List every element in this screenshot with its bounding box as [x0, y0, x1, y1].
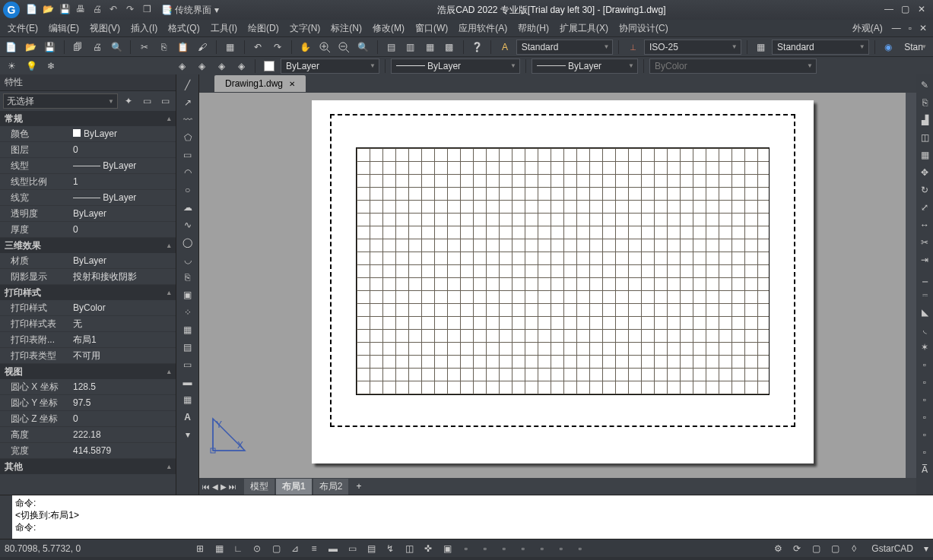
stretch-tool-icon[interactable]: ↔ — [917, 217, 932, 233]
linetype-combo[interactable]: ByLayer — [391, 59, 520, 74]
mod4-tool-icon[interactable]: ▫ — [917, 410, 932, 425]
new-button[interactable]: 📄 — [3, 39, 20, 55]
property-value[interactable]: ——— ByLayer — [70, 192, 176, 203]
copy-button[interactable]: ⎘ — [156, 39, 173, 55]
mirror-tool-icon[interactable]: ▟ — [917, 112, 932, 128]
pan-button[interactable]: ✋ — [297, 39, 314, 55]
ellipsearc-tool-icon[interactable]: ◡ — [179, 252, 196, 267]
property-row[interactable]: 材质ByLayer — [0, 253, 176, 269]
child-close-icon[interactable]: ✕ — [919, 23, 927, 33]
tab-model[interactable]: 模型 — [244, 479, 275, 495]
tab-last-icon[interactable]: ⏭ — [229, 482, 236, 491]
tab-layout2[interactable]: 布局2 — [313, 479, 349, 495]
render-style-combo[interactable]: Stan — [900, 40, 930, 55]
menu-format[interactable]: 格式(Q) — [163, 21, 204, 36]
tab-add[interactable]: + — [350, 479, 367, 493]
property-value[interactable]: ByColor — [70, 302, 176, 313]
save-icon[interactable]: 💾 — [59, 4, 71, 16]
quick-select-icon[interactable]: ✦ — [121, 93, 136, 109]
circle-tool-icon[interactable]: ○ — [179, 182, 196, 198]
matchprop-button[interactable]: 🖌 — [195, 39, 211, 55]
props-button[interactable]: ▦ — [422, 39, 439, 55]
color-swatch-icon[interactable] — [261, 58, 278, 74]
mod7-tool-icon[interactable]: A̅ — [917, 462, 932, 477]
tab-next-icon[interactable]: ▶ — [221, 482, 227, 491]
extend-tool-icon[interactable]: ⇥ — [917, 252, 932, 267]
property-value[interactable]: 无 — [70, 318, 176, 331]
layers-icon[interactable]: ❒ — [143, 4, 155, 16]
command-line[interactable]: 命令: <切换到:布局1> 命令: — [0, 495, 933, 539]
layer-prev-icon[interactable]: ◈ — [193, 58, 210, 74]
file-tab[interactable]: Drawing1.dwg✕ — [214, 75, 306, 92]
property-row[interactable]: 宽度414.5879 — [0, 443, 176, 459]
tray-icon[interactable]: ▾ — [924, 543, 928, 554]
line-tool-icon[interactable]: ╱ — [179, 78, 196, 93]
tab-prev-icon[interactable]: ◀ — [212, 482, 218, 491]
select-obj-icon[interactable]: ▭ — [157, 93, 173, 109]
property-value[interactable]: 投射和接收阴影 — [70, 271, 176, 283]
menu-help[interactable]: 帮助(H) — [513, 21, 554, 36]
tab-layout1[interactable]: 布局1 — [276, 479, 312, 495]
open-button[interactable]: 📂 — [23, 39, 40, 55]
property-value[interactable]: 布局1 — [70, 334, 176, 346]
layer-iso-icon[interactable]: ◈ — [173, 58, 190, 74]
workspace-mode[interactable]: 📑 传统界面 ▾ — [161, 4, 219, 17]
renderstyle-icon[interactable]: ◉ — [881, 39, 897, 55]
zoom-out-button[interactable] — [336, 39, 353, 55]
mview-button[interactable]: ▤ — [383, 39, 400, 55]
save-button[interactable]: 💾 — [42, 39, 59, 55]
iso-icon[interactable]: ◊ — [847, 542, 861, 555]
snap-grid-icon[interactable]: ⊞ — [193, 542, 207, 555]
wipeout-tool-icon[interactable]: ▬ — [179, 375, 196, 390]
layer-color-combo[interactable]: ByLayer — [281, 59, 379, 74]
undo-button[interactable]: ↶ — [250, 39, 267, 55]
property-row[interactable]: 厚度0 — [0, 222, 176, 238]
file-tab-close-icon[interactable]: ✕ — [289, 80, 295, 88]
dyn-icon[interactable]: ✜ — [421, 542, 435, 555]
copy-tool-icon[interactable]: ⎘ — [917, 95, 932, 110]
layer-walk-icon[interactable]: ◈ — [213, 58, 230, 74]
close-icon[interactable]: ✕ — [918, 4, 930, 16]
property-row[interactable]: 透明度ByLayer — [0, 206, 176, 222]
tab-first-icon[interactable]: ⏮ — [202, 482, 210, 491]
break-tool-icon[interactable]: ⎯ — [917, 270, 932, 285]
annoscale2-icon[interactable]: ⟳ — [790, 542, 804, 555]
ray-tool-icon[interactable]: ↗ — [179, 95, 196, 110]
new-icon[interactable]: 📄 — [26, 4, 38, 16]
block-tool-icon[interactable]: ▣ — [179, 287, 196, 302]
sic3-icon[interactable]: ▫ — [497, 542, 511, 555]
menu-modify[interactable]: 修改(M) — [368, 21, 409, 36]
menu-appearance[interactable]: 外观(A) — [848, 21, 887, 36]
property-row[interactable]: 线宽——— ByLayer — [0, 190, 176, 206]
mod2-tool-icon[interactable]: ▫ — [917, 375, 932, 390]
child-restore-icon[interactable]: ▫ — [909, 23, 912, 33]
insert-tool-icon[interactable]: ⎘ — [179, 270, 196, 285]
qp-icon[interactable]: ▤ — [364, 542, 378, 555]
plot-button[interactable]: 🖨 — [89, 39, 106, 55]
table-style-combo[interactable]: Standard — [772, 40, 869, 55]
property-row[interactable]: 打印表附...布局1 — [0, 332, 176, 348]
cmd-prompt[interactable]: 命令: — [15, 521, 930, 533]
property-value[interactable]: 222.18 — [70, 429, 176, 440]
property-row[interactable]: 圆心 Y 坐标97.5 — [0, 395, 176, 411]
annoscale-icon[interactable]: ⚙ — [771, 542, 785, 555]
property-value[interactable]: ByLayer — [70, 208, 176, 219]
property-value[interactable]: 97.5 — [70, 397, 176, 408]
layer-freeze-icon[interactable]: ❄ — [43, 58, 59, 74]
mod5-tool-icon[interactable]: ▫ — [917, 427, 932, 442]
sic7-icon[interactable]: ▫ — [573, 542, 587, 555]
join-tool-icon[interactable]: ⎓ — [917, 287, 932, 302]
mview2-button[interactable]: ▥ — [402, 39, 419, 55]
vertical-scrollbar[interactable] — [906, 93, 916, 478]
osnap-icon[interactable]: ▢ — [269, 542, 283, 555]
fillet-tool-icon[interactable]: ◟ — [917, 322, 932, 337]
layer-manager-icon[interactable]: ☀ — [3, 58, 20, 74]
polygon-tool-icon[interactable]: ⬠ — [179, 130, 196, 145]
menu-dim[interactable]: 标注(N) — [326, 21, 367, 36]
layer-state-icon[interactable]: 💡 — [23, 58, 40, 74]
menu-insert[interactable]: 插入(I) — [126, 21, 162, 36]
cycle-icon[interactable]: ◫ — [402, 542, 416, 555]
layer-tools-icon[interactable]: ◈ — [233, 58, 249, 74]
hw-icon[interactable]: ▢ — [828, 542, 842, 555]
preview-button[interactable]: 🔍 — [109, 39, 125, 55]
